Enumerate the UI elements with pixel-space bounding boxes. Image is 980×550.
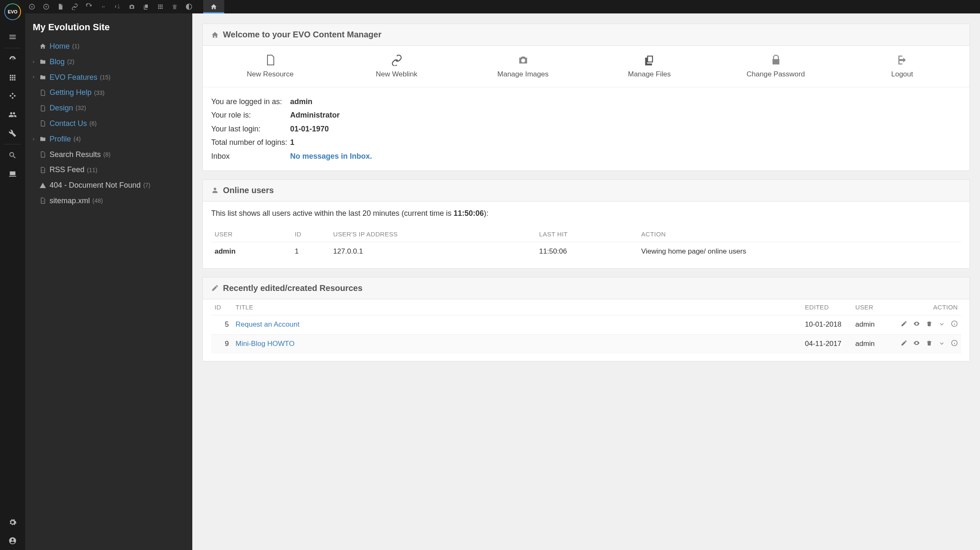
- tree-item[interactable]: 404 - Document Not Found (7): [33, 178, 192, 193]
- tree-item-label: Blog: [50, 56, 65, 68]
- tree-item-count: (7): [143, 181, 150, 190]
- tree-item[interactable]: › EVO Features (15): [33, 70, 192, 85]
- tree-item-count: (33): [94, 88, 105, 97]
- col-action: ACTION: [894, 299, 961, 315]
- action-label: Change Password: [747, 70, 805, 79]
- role-value: Administrator: [290, 108, 340, 122]
- elements-icon[interactable]: [0, 87, 25, 105]
- code-icon: [39, 197, 47, 204]
- top-toolbar: [25, 0, 980, 13]
- chevron-icon: ›: [33, 58, 37, 66]
- edit-icon[interactable]: [901, 340, 907, 348]
- resource-link[interactable]: Request an Account: [236, 320, 299, 328]
- chevron-icon: ›: [33, 135, 37, 143]
- col-id: ID: [291, 226, 330, 242]
- action-camera[interactable]: Manage Images: [490, 54, 557, 79]
- user-info: You are logged in as:admin Your role is:…: [203, 87, 970, 170]
- search-icon[interactable]: [0, 146, 25, 165]
- col-ip: USER'S IP ADDRESS: [330, 226, 536, 242]
- tree-item-label: Contact Us: [50, 118, 87, 130]
- download-icon[interactable]: [938, 340, 945, 348]
- copy-icon[interactable]: [143, 3, 149, 10]
- action-file[interactable]: New Resource: [237, 54, 304, 79]
- last-login-value: 01-01-1970: [290, 122, 329, 136]
- action-label: New Weblink: [376, 70, 417, 79]
- modules-icon[interactable]: [0, 68, 25, 87]
- action-link[interactable]: New Weblink: [363, 54, 430, 79]
- info-icon[interactable]: [951, 320, 958, 329]
- new-doc-icon[interactable]: [57, 3, 64, 10]
- tree-item-label: 404 - Document Not Found: [50, 179, 141, 191]
- recent-resources-panel: Recently edited/created Resources ID TIT…: [202, 277, 970, 361]
- online-users-table: USER ID USER'S IP ADDRESS LAST HIT ACTIO…: [211, 226, 961, 261]
- account-icon[interactable]: [0, 532, 25, 550]
- left-rail: EVO: [0, 0, 25, 550]
- action-files[interactable]: Manage Files: [616, 54, 683, 79]
- folder-icon: [39, 136, 47, 142]
- dashboard-icon[interactable]: [0, 50, 25, 68]
- info-icon[interactable]: [951, 340, 958, 348]
- logged-in-label: You are logged in as:: [211, 95, 290, 108]
- tree-item[interactable]: RSS Feed (11): [33, 162, 192, 178]
- tree-item[interactable]: Search Results (8): [33, 147, 192, 162]
- eye-icon[interactable]: [913, 320, 920, 329]
- tree-item-count: (1): [72, 42, 79, 51]
- tree-item-label: Getting Help: [50, 86, 92, 99]
- tree-item[interactable]: › Profile (4): [33, 131, 192, 147]
- site-title: My Evolution Site: [25, 18, 192, 39]
- tree-item[interactable]: Getting Help (33): [33, 85, 192, 100]
- welcome-panel: Welcome to your EVO Content Manager New …: [202, 24, 970, 171]
- trash-icon[interactable]: [926, 320, 933, 329]
- total-logins-value: 1: [290, 136, 294, 149]
- settings-icon[interactable]: [0, 513, 25, 532]
- download-icon[interactable]: [938, 320, 945, 329]
- tree-item-count: (48): [92, 196, 103, 205]
- tree-item[interactable]: › Blog (2): [33, 54, 192, 70]
- action-label: Manage Images: [498, 70, 549, 79]
- logo[interactable]: EVO: [4, 3, 21, 20]
- tree-item[interactable]: Design (32): [33, 100, 192, 116]
- file-icon: [39, 120, 47, 127]
- online-users-title: Online users: [223, 186, 274, 195]
- recent-header: Recently edited/created Resources: [203, 278, 970, 299]
- online-users-panel: Online users This list shows all users a…: [202, 179, 970, 269]
- link-icon[interactable]: [71, 3, 78, 10]
- action-label: Logout: [891, 70, 913, 79]
- menu-icon[interactable]: [0, 28, 25, 46]
- contrast-icon[interactable]: [186, 3, 192, 10]
- home-tab[interactable]: [203, 0, 224, 13]
- col-lasthit: LAST HIT: [536, 226, 638, 242]
- tree-item-count: (15): [100, 73, 110, 82]
- tree-item-count: (4): [73, 134, 81, 144]
- users-icon[interactable]: [0, 105, 25, 124]
- tree-item-count: (11): [87, 165, 97, 175]
- preview-icon[interactable]: [0, 165, 25, 183]
- action-lock[interactable]: Change Password: [742, 54, 810, 79]
- tree-item-label: Design: [50, 102, 73, 114]
- recent-table: ID TITLE EDITED USER ACTION 5 Request an…: [211, 299, 961, 354]
- tree-item[interactable]: Home (1): [33, 39, 192, 54]
- tree-item-count: (32): [76, 103, 86, 113]
- tree-item-label: Home: [50, 40, 70, 52]
- eye-icon[interactable]: [913, 340, 920, 348]
- trash-icon[interactable]: [171, 3, 178, 10]
- tree-item[interactable]: sitemap.xml (48): [33, 193, 192, 209]
- folder-icon: [39, 74, 47, 81]
- grid-icon[interactable]: [157, 3, 164, 10]
- resource-link[interactable]: Mini-Blog HOWTO: [236, 340, 294, 348]
- sort-icon[interactable]: [100, 3, 107, 10]
- tools-icon[interactable]: [0, 124, 25, 142]
- expand-icon[interactable]: [43, 3, 50, 10]
- camera-icon[interactable]: [128, 3, 135, 10]
- action-logout[interactable]: Logout: [869, 54, 936, 79]
- collapse-icon[interactable]: [29, 3, 35, 10]
- sort-num-icon[interactable]: [114, 3, 121, 10]
- edit-icon[interactable]: [901, 320, 907, 329]
- inbox-link[interactable]: No messages in Inbox.: [290, 149, 372, 163]
- file-icon: [39, 151, 47, 158]
- col-edited: EDITED: [802, 299, 852, 315]
- file-icon: [39, 105, 47, 112]
- tree-item[interactable]: Contact Us (6): [33, 116, 192, 131]
- trash-icon[interactable]: [926, 340, 933, 348]
- refresh-icon[interactable]: [86, 3, 92, 10]
